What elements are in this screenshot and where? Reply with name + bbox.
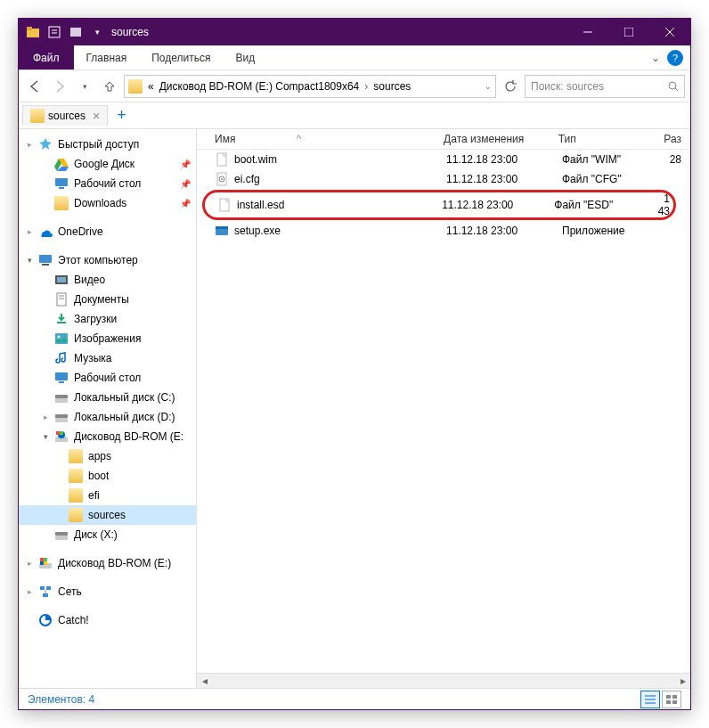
col-type[interactable]: Тип [558,133,664,145]
tree-video[interactable]: Видео [19,270,196,290]
tree-sources[interactable]: sources [19,505,196,525]
address-bar[interactable]: « Дисковод BD-ROM (E:) Compact1809x64 › … [124,75,496,98]
file-name: ei.cfg [234,173,260,185]
qat-dropdown-icon[interactable]: ▾ [90,25,104,39]
tab-view[interactable]: Вид [223,45,267,70]
tree-pictures[interactable]: Изображения [19,329,196,348]
tree-onedrive[interactable]: OneDrive [19,222,196,241]
expand-ribbon-icon[interactable]: ⌄ [651,52,660,64]
tree-desktop2[interactable]: Рабочий стол [19,368,196,388]
help-icon[interactable]: ? [667,50,683,66]
properties-icon[interactable] [47,25,61,39]
refresh-button[interactable] [500,76,521,97]
view-icons-button[interactable] [662,691,681,708]
svg-rect-12 [55,178,68,186]
scroll-left-icon[interactable]: ◂ [197,674,212,689]
file-name: setup.exe [234,225,281,237]
drive-icon [54,390,69,405]
tree-quick-access[interactable]: Быстрый доступ [19,135,196,154]
scrollbar-horizontal[interactable]: ◂ ▸ [197,673,690,688]
bdrom-icon [38,556,53,570]
svg-rect-40 [40,586,45,590]
folder-tab-sources[interactable]: sources × [22,105,108,126]
tree-boot[interactable]: boot [19,466,196,486]
tree-network[interactable]: Сеть [19,582,196,601]
svg-rect-45 [217,153,226,166]
minimize-button[interactable] [567,19,608,45]
tree-efi[interactable]: efi [19,486,196,505]
file-tab[interactable]: Файл [19,45,74,70]
view-details-button[interactable] [640,691,660,708]
breadcrumb-seg-1[interactable]: Дисковод BD-ROM (E:) Compact1809x64 [159,80,360,93]
svg-rect-5 [70,28,81,37]
tree-disk-x[interactable]: Диск (X:) [19,525,196,544]
pin-icon: 📌 [180,199,191,209]
search-icon [668,81,679,92]
col-date[interactable]: Дата изменения [444,133,558,145]
address-dropdown-icon[interactable]: ⌄ [485,82,492,91]
breadcrumb-seg-2[interactable]: sources [373,80,411,93]
back-button[interactable] [24,76,45,97]
forward-button[interactable] [49,76,70,97]
file-list: Имя^ Дата изменения Тип Раз boot.wim11.1… [197,129,690,688]
pc-icon [38,253,53,267]
tree-this-pc[interactable]: Этот компьютер [19,250,196,270]
new-folder-icon[interactable] [69,25,83,39]
explorer-window: ▾ sources Файл Главная Поделиться Вид ⌄ … [18,18,691,710]
file-row[interactable]: boot.wim11.12.18 23:00Файл "WIM"28 [197,150,690,169]
close-button[interactable] [649,19,690,45]
svg-point-22 [58,336,61,339]
window-title: sources [111,26,149,38]
col-size[interactable]: Раз [664,133,681,145]
recent-locations-button[interactable]: ▾ [74,76,95,97]
new-tab-button[interactable]: + [108,106,135,125]
svg-point-10 [669,82,676,89]
file-type: Файл "WIM" [562,153,669,166]
svg-rect-36 [40,558,44,561]
tree-catch[interactable]: Catch! [19,610,196,630]
file-icon [215,224,229,238]
up-button[interactable] [99,76,120,97]
tree-apps[interactable]: apps [19,446,196,466]
folder-tab-label: sources [48,110,86,122]
titlebar[interactable]: ▾ sources [19,19,690,45]
tab-home[interactable]: Главная [74,45,140,70]
svg-rect-21 [55,333,68,344]
tree-local-d[interactable]: Локальный диск (D:) [19,407,196,427]
tree-music[interactable]: Музыка [19,348,196,368]
svg-rect-13 [59,187,64,189]
tree-downloads[interactable]: Downloads📌 [19,193,196,213]
tree-documents[interactable]: Документы [19,290,196,309]
tree-bdrom2[interactable]: Дисковод BD-ROM (E:) [19,553,196,573]
maximize-button[interactable] [608,19,649,45]
scroll-right-icon[interactable]: ▸ [675,674,690,689]
svg-rect-25 [55,398,68,403]
tree-google-drive[interactable]: Google Диск📌 [19,154,196,174]
tree-downloads2[interactable]: Загрузки [19,309,196,329]
tree-desktop[interactable]: Рабочий стол📌 [19,174,196,193]
file-row[interactable]: ei.cfg11.12.18 23:00Файл "CFG" [197,169,690,189]
desktop-icon [54,371,69,385]
column-headers[interactable]: Имя^ Дата изменения Тип Раз [197,129,690,150]
svg-rect-1 [27,27,32,30]
network-icon [38,585,53,599]
folder-icon [30,109,45,123]
tab-share[interactable]: Поделиться [139,45,223,70]
nav-tree[interactable]: Быстрый доступ Google Диск📌 Рабочий стол… [19,129,197,688]
ribbon: Файл Главная Поделиться Вид ⌄ ? [19,45,690,70]
svg-rect-32 [60,431,63,435]
tree-local-c[interactable]: Локальный диск (C:) [19,388,196,407]
file-size: 28 [669,153,681,166]
col-name[interactable]: Имя [215,133,235,145]
search-box[interactable]: Поиск: sources [525,75,685,98]
star-icon [38,137,53,151]
tree-bdrom[interactable]: Дисковод BD-ROM (E: [19,427,196,446]
file-row[interactable]: setup.exe11.12.18 23:00Приложение [197,221,690,241]
svg-rect-58 [672,700,677,704]
file-row[interactable]: install.esd11.12.18 23:00Файл "ESD"1 43 [202,190,676,220]
file-icon [217,198,232,212]
drive-icon [54,410,69,424]
folder-icon [69,469,83,483]
svg-rect-24 [59,381,64,383]
close-tab-icon[interactable]: × [93,109,100,123]
